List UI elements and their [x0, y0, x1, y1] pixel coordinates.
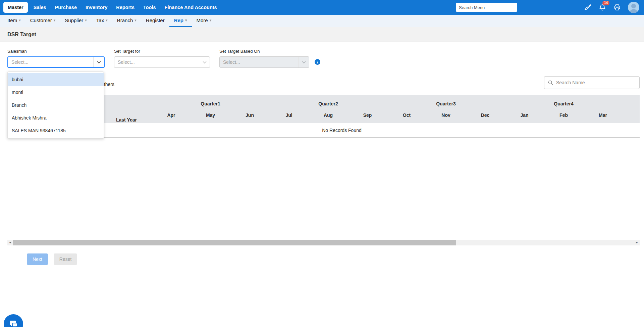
subnav-label: Register	[146, 17, 165, 23]
subnav-item-item[interactable]: Item ▾	[3, 15, 25, 27]
quarter4-header: Quarter4	[505, 95, 623, 107]
name-search-input[interactable]	[556, 80, 636, 85]
reset-button[interactable]: Reset	[54, 253, 77, 265]
info-icon[interactable]: i	[315, 59, 320, 65]
paintbrush-icon[interactable]	[584, 3, 592, 11]
caret-down-icon: ▾	[135, 18, 137, 22]
topnav-item-finance-and-accounts[interactable]: Finance And Accounts	[160, 2, 221, 13]
set-target-for-select-value: Select...	[114, 59, 199, 65]
chat-bubbles-icon	[8, 318, 19, 327]
caret-down-icon: ▾	[185, 18, 187, 22]
caret-down-icon: ▾	[19, 18, 21, 22]
scroll-left-arrow-icon[interactable]: ◄	[7, 240, 13, 245]
chevron-down-icon	[93, 57, 104, 67]
page-title-bar: DSR Target	[0, 27, 644, 42]
topnav-item-sales[interactable]: Sales	[29, 2, 51, 13]
subnav-item-tax[interactable]: Tax ▾	[92, 15, 112, 27]
month-header-nov: Nov	[426, 107, 466, 123]
topnav-item-purchase[interactable]: Purchase	[51, 2, 81, 13]
scrollbar-thumb[interactable]	[13, 240, 456, 245]
page-content: Salesman Select... Set Target for Select…	[0, 42, 644, 265]
subnav-item-customer[interactable]: Customer ▾	[25, 15, 60, 27]
notification-count-badge: 14	[602, 1, 609, 5]
module-sub-navigation: Item ▾ Customer ▾ Supplier ▾ Tax ▾ Branc…	[0, 15, 644, 27]
subnav-label: Item	[7, 17, 17, 23]
topnav-item-inventory[interactable]: Inventory	[81, 2, 112, 13]
subnav-item-branch[interactable]: Branch ▾	[112, 15, 141, 27]
horizontal-scrollbar[interactable]: ◄ ►	[7, 240, 640, 245]
subnav-item-more[interactable]: More ▾	[192, 15, 216, 27]
page-title: DSR Target	[7, 32, 36, 38]
scroll-right-arrow-icon[interactable]: ►	[634, 240, 640, 245]
topnav-item-master[interactable]: Master	[3, 2, 28, 13]
set-target-based-on-select[interactable]: Select...	[219, 56, 309, 68]
subnav-label: Supplier	[65, 17, 83, 23]
caret-down-icon: ▾	[54, 18, 56, 22]
month-header-may: May	[191, 107, 230, 123]
subnav-item-supplier[interactable]: Supplier ▾	[60, 15, 92, 27]
next-button[interactable]: Next	[27, 253, 48, 265]
caret-down-icon: ▾	[85, 18, 87, 22]
subnav-label: Customer	[30, 17, 52, 23]
set-target-based-on-select-value: Select...	[220, 59, 298, 65]
caret-down-icon: ▾	[210, 18, 212, 22]
chevron-down-icon	[298, 57, 309, 67]
subnav-label: Rep	[174, 17, 183, 23]
search-icon	[548, 80, 553, 86]
notifications-bell-icon[interactable]: 14	[598, 3, 606, 11]
salesman-option-branch[interactable]: Branch	[8, 99, 104, 111]
printer-icon[interactable]	[613, 3, 621, 11]
salesman-option-abhishek-mishra[interactable]: Abhishek Mishra	[8, 111, 104, 124]
quarter2-header: Quarter2	[269, 95, 387, 107]
month-header-sep: Sep	[348, 107, 387, 123]
salesman-dropdown-panel: bubai monti Branch Abhishek Mishra SALES…	[7, 72, 104, 139]
month-header-oct: Oct	[387, 107, 426, 123]
filters-row: Salesman Select... Set Target for Select…	[7, 49, 640, 68]
user-avatar[interactable]	[628, 2, 639, 13]
month-header-apr: Apr	[152, 107, 191, 123]
salesman-select[interactable]: Select...	[7, 56, 105, 68]
menu-search-input[interactable]	[456, 3, 517, 12]
salesman-filter: Salesman Select...	[7, 49, 105, 68]
set-target-based-on-filter: Set Target Based On Select...	[219, 49, 309, 68]
topnav-item-tools[interactable]: Tools	[139, 2, 160, 13]
caret-down-icon: ▾	[106, 18, 108, 22]
month-header-aug: Aug	[309, 107, 348, 123]
chat-widget-button[interactable]	[4, 314, 23, 327]
salesman-label: Salesman	[7, 49, 105, 54]
set-target-for-filter: Set Target for Select...	[114, 49, 210, 68]
month-header-feb: Feb	[544, 107, 583, 123]
avatar-body-shape	[630, 9, 638, 13]
top-navigation-bar: Master Sales Purchase Inventory Reports …	[0, 0, 644, 15]
month-header-dec: Dec	[466, 107, 505, 123]
salesman-option-bubai[interactable]: bubai	[8, 73, 104, 86]
month-header-mar: Mar	[583, 107, 623, 123]
truncated-column-header	[623, 95, 640, 123]
salesman-select-value: Select...	[8, 59, 93, 65]
last-year-column-header: Last Year	[101, 95, 152, 123]
set-target-for-select[interactable]: Select...	[114, 56, 210, 68]
salesman-option-monti[interactable]: monti	[8, 86, 104, 99]
subnav-item-register[interactable]: Register	[141, 15, 169, 27]
salesman-option-sales-man[interactable]: SALES MAN 9384671185	[8, 124, 104, 137]
subnav-label: More	[197, 17, 208, 23]
month-header-jun: Jun	[230, 107, 269, 123]
topnav-item-reports[interactable]: Reports	[112, 2, 139, 13]
quarter1-header: Quarter1	[152, 95, 269, 107]
month-header-jan: Jan	[505, 107, 544, 123]
name-search-box	[544, 76, 640, 89]
set-target-based-on-label: Set Target Based On	[219, 49, 309, 54]
subnav-label: Branch	[117, 17, 133, 23]
action-buttons-row: Next Reset	[27, 253, 640, 265]
quarter3-header: Quarter3	[387, 95, 505, 107]
subnav-label: Tax	[96, 17, 104, 23]
chevron-down-icon	[199, 57, 210, 67]
avatar-head-shape	[631, 4, 636, 8]
set-target-for-label: Set Target for	[114, 49, 210, 54]
subnav-item-rep[interactable]: Rep ▾	[169, 15, 192, 27]
month-header-jul: Jul	[269, 107, 309, 123]
